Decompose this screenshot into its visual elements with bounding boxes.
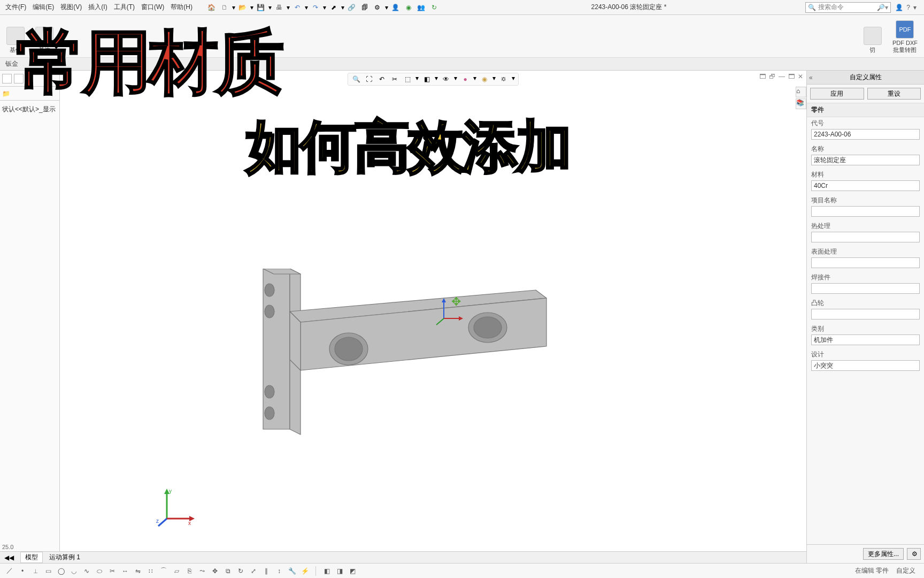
- menu-tools[interactable]: 工具(T): [111, 3, 138, 12]
- sb-circle-icon[interactable]: ◯: [56, 566, 66, 576]
- reset-button[interactable]: 重设: [867, 88, 921, 100]
- tab-nav-prev-icon[interactable]: ◀◀: [4, 554, 14, 561]
- display-style-icon[interactable]: ◧: [422, 74, 432, 84]
- input-name[interactable]: [811, 155, 920, 165]
- sb-arc-icon[interactable]: ◡: [68, 566, 79, 576]
- menu-edit[interactable]: 编辑(E): [29, 3, 57, 12]
- ribbon-btn-cut[interactable]: 切: [861, 26, 884, 55]
- label-cam: 凸轮: [811, 299, 920, 308]
- help-icon[interactable]: ?: [906, 4, 910, 11]
- label-heat: 热处理: [811, 222, 920, 231]
- vp-close-icon[interactable]: ✕: [798, 73, 803, 80]
- sb-dim-icon[interactable]: ⟂: [30, 566, 41, 576]
- section-view-icon[interactable]: ✂: [390, 74, 399, 84]
- refresh-icon[interactable]: ↻: [429, 2, 440, 13]
- appearance-icon[interactable]: ●: [460, 74, 470, 84]
- menu-view[interactable]: 视图(V): [57, 3, 85, 12]
- status-custom[interactable]: 自定义: [896, 566, 915, 575]
- coordinate-readout: 25.0: [2, 544, 13, 550]
- sb-line-icon[interactable]: ／: [4, 566, 15, 576]
- user-icon[interactable]: 👤: [390, 2, 401, 13]
- new-doc-icon[interactable]: 🗋: [219, 2, 230, 13]
- alert-icon[interactable]: 👥: [416, 2, 427, 13]
- sb-relations-icon[interactable]: ∥: [261, 566, 272, 576]
- forum-icon[interactable]: ◉: [403, 2, 414, 13]
- input-weld[interactable]: [811, 283, 920, 294]
- sb-copy-icon[interactable]: ⧉: [222, 566, 233, 576]
- tab-motion[interactable]: 运动算例 1: [49, 553, 80, 562]
- prev-view-icon[interactable]: ↶: [377, 74, 387, 84]
- scene-icon[interactable]: ◉: [480, 74, 489, 84]
- input-surface[interactable]: [811, 257, 920, 268]
- sb-extra-2-icon[interactable]: ◨: [334, 566, 345, 576]
- print-icon[interactable]: 🖶: [274, 2, 284, 13]
- vp-restore-icon[interactable]: 🗖: [759, 73, 766, 80]
- sb-extra-1-icon[interactable]: ◧: [321, 566, 332, 576]
- sb-rect-icon[interactable]: ▭: [43, 566, 53, 576]
- sb-dimension-icon[interactable]: ↕: [274, 566, 284, 576]
- sb-move-icon[interactable]: ✥: [210, 566, 220, 576]
- sb-scale-icon[interactable]: ⤢: [248, 566, 259, 576]
- link-icon[interactable]: 🔗: [346, 2, 357, 13]
- sb-extend-icon[interactable]: ↔: [120, 566, 130, 576]
- sb-rotate-icon[interactable]: ↻: [235, 566, 246, 576]
- view-triad-icon[interactable]: y x z: [156, 486, 199, 531]
- vp-tile-icon[interactable]: 🗗: [769, 73, 775, 80]
- input-design[interactable]: [811, 360, 920, 371]
- collapse-panel-icon[interactable]: «: [809, 74, 813, 81]
- pointer-icon[interactable]: ⬈: [328, 2, 339, 13]
- vp-min-icon[interactable]: —: [779, 73, 785, 80]
- properties-panel-title: 自定义属性: [850, 73, 882, 82]
- sb-fillet-icon[interactable]: ⌒: [158, 566, 169, 576]
- sb-pattern-icon[interactable]: ∷: [145, 566, 156, 576]
- menu-insert[interactable]: 插入(I): [85, 3, 110, 12]
- sb-mirror-icon[interactable]: ⇋: [133, 566, 143, 576]
- undo-icon[interactable]: ↶: [292, 2, 303, 13]
- sb-point-icon[interactable]: •: [17, 566, 28, 576]
- sb-chamfer-icon[interactable]: ▱: [171, 566, 182, 576]
- sb-extra-3-icon[interactable]: ◩: [347, 566, 358, 576]
- apply-button[interactable]: 应用: [810, 88, 864, 100]
- taskpane-lib-icon[interactable]: 📚: [796, 98, 806, 109]
- input-code[interactable]: [811, 129, 920, 140]
- options-icon[interactable]: 🗐: [359, 2, 370, 13]
- save-icon[interactable]: 💾: [256, 2, 266, 13]
- login-icon[interactable]: 👤: [895, 4, 903, 11]
- sb-spline-icon[interactable]: ∿: [81, 566, 92, 576]
- svg-point-10: [265, 284, 274, 296]
- input-heat[interactable]: [811, 232, 920, 242]
- config-icon[interactable]: 📁: [2, 90, 10, 97]
- gear-icon[interactable]: ⚙: [372, 2, 383, 13]
- sb-offset-icon[interactable]: ⎘: [184, 566, 195, 576]
- input-cam[interactable]: [811, 309, 920, 320]
- redo-icon[interactable]: ↷: [310, 2, 321, 13]
- ribbon-btn-pdfdxf[interactable]: PDFPDF DXF批量转图: [890, 19, 920, 55]
- properties-settings-button[interactable]: ⚙: [907, 548, 921, 560]
- menu-file[interactable]: 文件(F): [2, 3, 29, 12]
- input-material[interactable]: [811, 180, 920, 191]
- sb-repair-icon[interactable]: 🔧: [287, 566, 297, 576]
- left-tab-1[interactable]: [2, 74, 12, 83]
- sb-convert-icon[interactable]: ⤳: [197, 566, 207, 576]
- open-icon[interactable]: 📂: [237, 2, 248, 13]
- status-bar: ／ • ⟂ ▭ ◯ ◡ ∿ ⬭ ✂ ↔ ⇋ ∷ ⌒ ▱ ⎘ ⤳ ✥ ⧉ ↻ ⤢ …: [0, 563, 924, 578]
- search-dropdown-icon[interactable]: 🔎▾: [877, 4, 888, 11]
- zoom-area-icon[interactable]: ⛶: [364, 74, 374, 84]
- input-project[interactable]: [811, 206, 920, 217]
- menu-help[interactable]: 帮助(H): [167, 3, 196, 12]
- sb-trim-icon[interactable]: ✂: [107, 566, 118, 576]
- taskpane-home-icon[interactable]: ⌂: [796, 87, 806, 97]
- zoom-fit-icon[interactable]: 🔍: [351, 74, 361, 84]
- view-settings-icon[interactable]: ⛭: [499, 74, 509, 84]
- input-category[interactable]: [811, 334, 920, 345]
- hide-show-icon[interactable]: 👁: [441, 74, 451, 84]
- sb-slot-icon[interactable]: ⬭: [94, 566, 105, 576]
- home-icon[interactable]: 🏠: [206, 2, 217, 13]
- tab-model[interactable]: 模型: [20, 552, 43, 563]
- sb-quick-icon[interactable]: ⚡: [299, 566, 310, 576]
- more-properties-button[interactable]: 更多属性...: [863, 548, 904, 560]
- vp-max-icon[interactable]: 🗖: [788, 73, 795, 80]
- command-search[interactable]: 🔍 搜索命令 🔎▾: [805, 2, 891, 13]
- menu-window[interactable]: 窗口(W): [138, 3, 167, 12]
- view-orient-icon[interactable]: ⬚: [403, 74, 412, 84]
